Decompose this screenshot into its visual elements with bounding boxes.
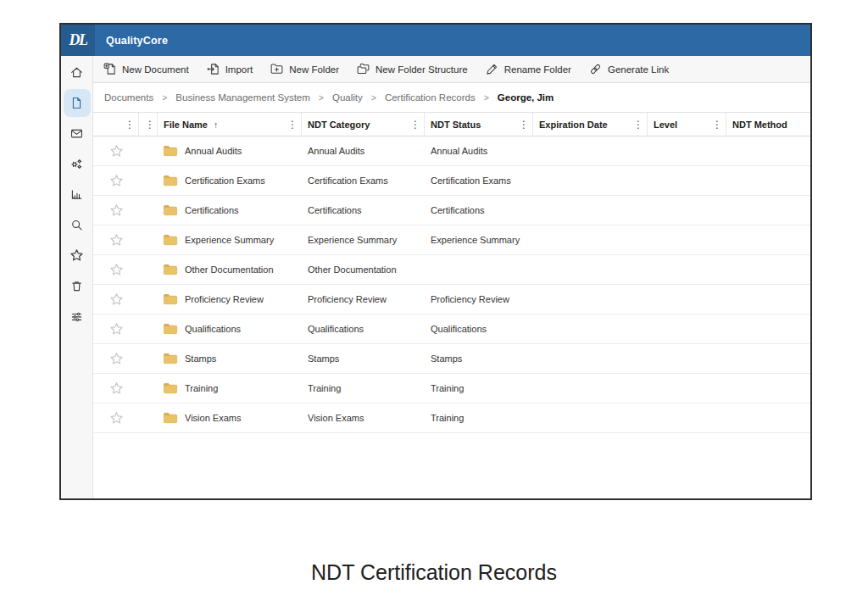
content-area: New Document Import New Folder New Folde… — [93, 56, 810, 498]
folder-icon — [163, 353, 178, 364]
table-row[interactable]: Experience Summary Experience Summary Ex… — [93, 225, 810, 255]
header-select-column — [93, 113, 139, 136]
sort-asc-icon[interactable]: ↑ — [214, 120, 218, 130]
star-icon — [109, 263, 124, 277]
table-row[interactable]: Vision Exams Vision Exams Training — [93, 403, 810, 433]
favorite-toggle[interactable] — [93, 233, 139, 248]
sidebar-item-reports[interactable] — [64, 181, 91, 209]
star-icon — [109, 322, 124, 337]
favorite-toggle[interactable] — [93, 174, 139, 188]
table-row[interactable]: Other Documentation Other Documentation — [93, 255, 810, 285]
sidebar-item-favorites[interactable] — [64, 242, 91, 270]
sidebar — [61, 56, 93, 498]
favorite-toggle[interactable] — [93, 322, 139, 337]
header-file-name[interactable]: File Name ↑ — [158, 113, 302, 136]
ndt-category-cell: Certification Exams — [302, 175, 425, 186]
column-menu-icon[interactable] — [410, 119, 420, 131]
favorite-toggle[interactable] — [93, 203, 139, 218]
star-icon — [70, 248, 84, 263]
favorite-toggle[interactable] — [93, 144, 139, 159]
ndt-status-cell: Annual Audits — [425, 146, 533, 156]
new-folder-button[interactable]: New Folder — [270, 63, 339, 75]
column-menu-icon[interactable] — [519, 119, 529, 131]
chevron-right-icon — [484, 92, 489, 103]
column-menu-icon[interactable] — [125, 119, 135, 131]
favorite-toggle[interactable] — [93, 411, 139, 426]
ndt-category-cell: Vision Exams — [302, 413, 425, 423]
ndt-status-cell: Experience Summary — [425, 235, 533, 245]
new-document-button[interactable]: New Document — [103, 63, 189, 75]
sidebar-item-filters[interactable] — [64, 303, 91, 331]
sidebar-item-home[interactable] — [64, 58, 91, 86]
column-menu-icon[interactable] — [712, 119, 722, 131]
chevron-right-icon — [371, 92, 376, 103]
favorite-toggle[interactable] — [93, 381, 139, 396]
file-name-cell[interactable]: Training — [158, 382, 302, 394]
table-header: File Name ↑ NDT Category NDT Status Expi… — [93, 112, 810, 136]
favorite-toggle[interactable] — [93, 352, 139, 366]
header-type-column — [139, 113, 158, 136]
column-menu-icon[interactable] — [633, 119, 643, 131]
column-menu-icon[interactable] — [145, 119, 155, 131]
table-row[interactable]: Qualifications Qualifications Qualificat… — [93, 314, 810, 344]
home-icon — [70, 65, 84, 80]
folder-icon — [163, 175, 178, 186]
table-row[interactable]: Proficiency Review Proficiency Review Pr… — [93, 285, 810, 314]
document-icon — [70, 96, 84, 110]
file-name-cell[interactable]: Stamps — [158, 353, 302, 364]
folder-icon — [163, 145, 178, 157]
chevron-right-icon — [319, 92, 324, 103]
app-bar: DL QualityCore — [61, 25, 810, 56]
file-name-cell[interactable]: Certification Exams — [158, 175, 302, 186]
generate-link-button[interactable]: Generate Link — [589, 63, 669, 75]
star-icon — [109, 352, 124, 366]
header-ndt-method[interactable]: NDT Method — [726, 113, 810, 136]
breadcrumb-item-quality[interactable]: Quality — [332, 92, 363, 103]
sidebar-item-trash[interactable] — [64, 272, 91, 300]
star-icon — [109, 292, 124, 307]
breadcrumb-item-certification-records[interactable]: Certification Records — [385, 92, 476, 103]
file-name-cell[interactable]: Proficiency Review — [158, 293, 302, 305]
import-button[interactable]: Import — [207, 63, 253, 75]
ndt-status-cell: Qualifications — [425, 324, 533, 334]
file-name-cell[interactable]: Annual Audits — [158, 145, 302, 157]
header-level[interactable]: Level — [648, 113, 726, 136]
breadcrumb-item-documents[interactable]: Documents — [104, 92, 153, 103]
header-expiration-date[interactable]: Expiration Date — [533, 113, 648, 136]
file-name-cell[interactable]: Certifications — [158, 204, 302, 216]
file-name-cell[interactable]: Qualifications — [158, 323, 302, 335]
table-row[interactable]: Certification Exams Certification Exams … — [93, 166, 810, 196]
table-row[interactable]: Stamps Stamps Stamps — [93, 344, 810, 374]
column-menu-icon[interactable] — [287, 119, 298, 131]
sidebar-item-search[interactable] — [64, 211, 91, 239]
header-ndt-category[interactable]: NDT Category — [302, 113, 425, 136]
ndt-category-cell: Training — [302, 383, 425, 393]
table-row[interactable]: Certifications Certifications Certificat… — [93, 196, 810, 225]
app-window: DL QualityCore — [59, 23, 812, 500]
page-title: NDT Certification Records — [0, 560, 868, 585]
table-row[interactable]: Training Training Training — [93, 374, 810, 403]
trash-icon — [70, 279, 84, 293]
ndt-category-cell: Stamps — [302, 353, 425, 364]
breadcrumb-item-bms[interactable]: Business Management System — [175, 92, 310, 103]
favorite-toggle[interactable] — [93, 292, 139, 307]
toolbar: New Document Import New Folder New Folde… — [93, 56, 810, 83]
folder-icon — [163, 412, 178, 424]
new-folder-structure-button[interactable]: New Folder Structure — [357, 63, 468, 75]
header-ndt-status[interactable]: NDT Status — [425, 113, 533, 136]
file-name-cell[interactable]: Vision Exams — [158, 412, 302, 424]
sidebar-item-documents[interactable] — [64, 89, 91, 117]
file-name-cell[interactable]: Experience Summary — [158, 234, 302, 246]
ndt-status-cell: Stamps — [425, 353, 533, 364]
file-name-cell[interactable]: Other Documentation — [158, 264, 302, 275]
sidebar-item-mail[interactable] — [64, 120, 91, 147]
sidebar-item-settings[interactable] — [64, 150, 91, 178]
star-icon — [109, 411, 124, 426]
ndt-status-cell: Training — [425, 383, 533, 393]
ndt-status-cell: Certifications — [425, 205, 533, 215]
favorite-toggle[interactable] — [93, 263, 139, 277]
rename-folder-button[interactable]: Rename Folder — [486, 63, 571, 75]
table-row[interactable]: Annual Audits Annual Audits Annual Audit… — [93, 136, 810, 166]
app-logo[interactable]: DL — [61, 25, 95, 56]
breadcrumb-item-current: George, Jim — [498, 92, 554, 103]
